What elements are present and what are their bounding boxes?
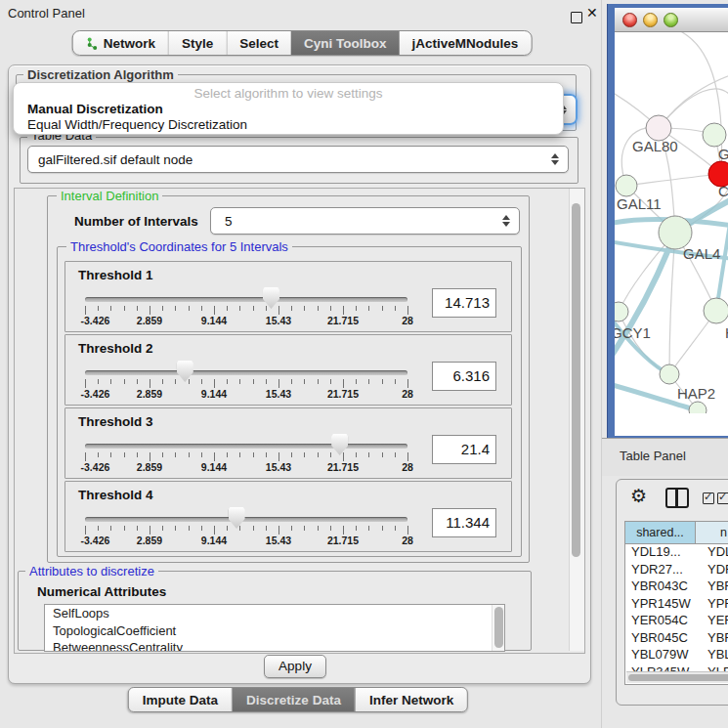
bottom-tab-discretize-data[interactable]: Discretize Data [232, 688, 355, 711]
algorithm-placeholder: Select algorithm to view settings [14, 86, 563, 101]
number-of-intervals-combobox[interactable]: 5 [210, 207, 520, 235]
tab-label: Network [104, 36, 155, 51]
threshold-value-field[interactable]: 11.344 [432, 508, 496, 537]
bottom-tab-impute-data[interactable]: Impute Data [129, 688, 232, 711]
table-row[interactable]: YBR043CYBR0 [625, 578, 728, 596]
column-header-shared[interactable]: shared... [625, 522, 696, 543]
vertical-scrollbar-thumb[interactable] [572, 203, 580, 557]
algorithm-option-equal-width-frequency-discretization[interactable]: Equal Width/Frequency Discretization [18, 117, 559, 133]
combo-stepper-icon [551, 153, 559, 165]
float-window-icon[interactable] [571, 12, 582, 23]
horizontal-scrollbar-track[interactable] [626, 671, 728, 683]
table-row[interactable]: YDL19...YDL1 [625, 544, 728, 562]
numerical-attributes-list[interactable]: SelfLoopsTopologicalCoefficientBetweenne… [44, 604, 505, 652]
tab-jactivemnodules[interactable]: jActiveMNodules [400, 31, 532, 55]
application-root: Control Panel ✕ NetworkStyleSelectCyni T… [0, 0, 728, 728]
network-node-gal4[interactable] [659, 216, 692, 249]
cell-name: YDL1 [702, 544, 728, 562]
top-tab-bar: NetworkStyleSelectCyni ToolboxjActiveMNo… [72, 30, 533, 56]
node-label-gal4: GAL4 [683, 245, 720, 262]
cell-name: YER0 [702, 613, 728, 630]
cell-shared-name: YBR045C [625, 630, 702, 648]
attribute-item-topologicalcoefficient[interactable]: TopologicalCoefficient [45, 622, 504, 640]
apply-button[interactable]: Apply [264, 655, 326, 678]
threshold-value-field[interactable]: 14.713 [432, 288, 496, 318]
cell-shared-name: YER054C [625, 613, 702, 630]
node-label-gal80: GAL80 [632, 138, 678, 154]
network-node-gcy1[interactable] [615, 302, 628, 321]
bottom-tab-infer-network[interactable]: Infer Network [355, 688, 467, 711]
close-icon[interactable]: ✕ [586, 5, 598, 21]
tab-cyni-toolbox[interactable]: Cyni Toolbox [291, 31, 400, 55]
cell-name: YPR1 [702, 596, 728, 614]
tab-network[interactable]: Network [73, 31, 168, 55]
cell-name: YDR2 [702, 562, 728, 579]
network-view-window: GAL80GACGAL11GAL4GCY1HHAP2 [608, 4, 728, 455]
list-scrollbar-thumb[interactable] [494, 607, 503, 648]
network-node-gal11[interactable] [616, 175, 637, 196]
list-scrollbar-track[interactable] [492, 605, 504, 651]
threshold-3-panel: Threshold 3-3.4262.8599.14415.4321.71528… [64, 407, 512, 479]
network-graph-icon [86, 37, 99, 50]
table-body: YDL19...YDL1YDR27...YDR2YBR043CYBR0YPR14… [625, 544, 728, 681]
threshold-label: Threshold 1 [78, 268, 153, 282]
slider-tick-labels: -3.4262.8599.14415.4321.71528 [85, 315, 407, 326]
cell-name: YBL0 [702, 647, 728, 664]
zoom-traffic-light-icon[interactable] [664, 13, 678, 27]
threshold-label: Threshold 3 [78, 414, 153, 429]
table-data-combobox[interactable]: galFiltered.sif default node [27, 146, 569, 173]
close-traffic-light-icon[interactable] [622, 13, 637, 27]
table-panel-title: Table Panel [620, 449, 686, 463]
algorithm-option-manual-discretization[interactable]: Manual Discretization [18, 102, 559, 117]
algorithm-dropdown-popup: Select algorithm to view settings Manual… [13, 82, 564, 135]
attribute-item-betweennesscentrality[interactable]: BetweennessCentrality [45, 639, 504, 652]
network-window-titlebar[interactable] [615, 8, 728, 32]
bottom-tab-bar: Impute DataDiscretize DataInfer Network [128, 687, 468, 712]
cell-shared-name: YPR145W [625, 596, 702, 614]
attributes-group-title: Attributes to discretize [25, 564, 158, 578]
table-header-row: shared... n [625, 522, 728, 544]
horizontal-scrollbar-thumb[interactable] [628, 674, 728, 681]
cell-shared-name: YBL079W [625, 647, 702, 664]
combo-stepper-icon [502, 215, 510, 227]
number-of-intervals-label: Number of Intervals [74, 214, 198, 229]
discretization-algorithm-group-title: Discretization Algorithm [23, 67, 178, 82]
network-node-hap2[interactable] [660, 364, 679, 384]
tab-style[interactable]: Style [168, 31, 226, 55]
slider-track[interactable] [85, 517, 407, 522]
split-columns-icon[interactable] [665, 488, 689, 508]
slider-tick-labels: -3.4262.8599.14415.4321.71528 [85, 388, 407, 400]
slider-track[interactable] [85, 370, 407, 375]
table-row[interactable]: YBL079WYBL0 [625, 647, 728, 664]
network-canvas[interactable]: GAL80GACGAL11GAL4GCY1HHAP2 [615, 32, 728, 413]
node-label-hap2: HAP2 [677, 385, 715, 402]
tab-label: jActiveMNodules [412, 36, 519, 51]
tab-select[interactable]: Select [226, 31, 291, 55]
panel-divider [601, 0, 602, 728]
gear-icon[interactable]: ⚙ [630, 485, 647, 507]
threshold-value-field[interactable]: 6.316 [432, 362, 496, 391]
checkbox-checked-icon[interactable] [703, 492, 714, 504]
interval-definition-group-title: Interval Definition [57, 189, 162, 203]
slider-track[interactable] [85, 444, 407, 449]
network-node-h[interactable] [704, 298, 728, 323]
number-of-intervals-value: 5 [211, 214, 233, 229]
column-header-name[interactable]: n [696, 522, 728, 543]
threshold-value-field[interactable]: 21.4 [432, 435, 496, 464]
threshold-label: Threshold 4 [78, 488, 153, 502]
node-label-c: C [718, 183, 728, 199]
minimize-traffic-light-icon[interactable] [643, 13, 658, 27]
network-node[interactable] [689, 402, 707, 413]
slider-track[interactable] [85, 297, 407, 302]
table-row[interactable]: YDR27...YDR2 [625, 562, 728, 579]
threshold-2-panel: Threshold 2-3.4262.8599.14415.4321.71528… [64, 334, 512, 406]
checkbox-checked-icon[interactable] [717, 492, 728, 504]
table-row[interactable]: YBR045CYBR0 [625, 630, 728, 648]
table-row[interactable]: YER054CYER0 [625, 613, 728, 630]
threshold-label: Threshold 2 [78, 341, 153, 356]
attribute-item-selfloops[interactable]: SelfLoops [45, 605, 504, 622]
cell-shared-name: YDL19... [625, 544, 702, 562]
node-label-gcy1: GCY1 [615, 324, 651, 341]
network-node-ga[interactable] [703, 123, 726, 147]
table-row[interactable]: YPR145WYPR1 [625, 596, 728, 614]
